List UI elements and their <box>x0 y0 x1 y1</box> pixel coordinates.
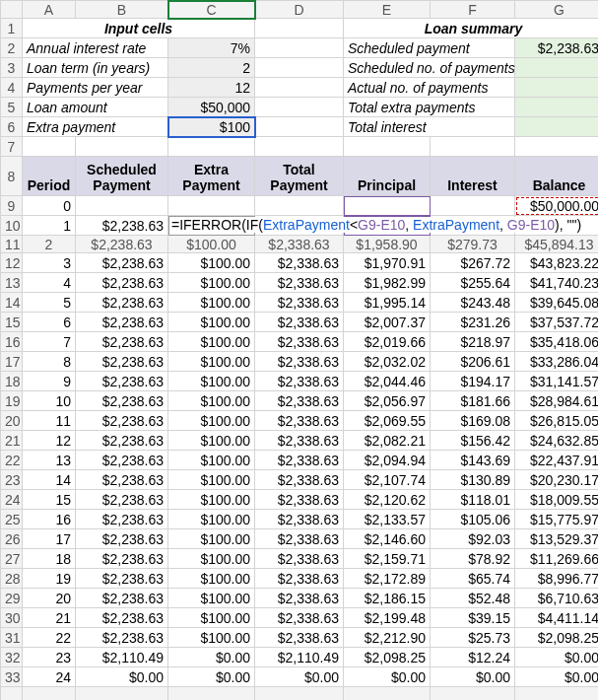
cell-balance[interactable]: $13,529.37 <box>515 529 599 549</box>
cell-principal[interactable]: $2,056.97 <box>344 391 431 411</box>
cell-interest[interactable]: $267.72 <box>431 253 515 273</box>
cell[interactable] <box>76 196 168 216</box>
row-header-7[interactable]: 7 <box>1 137 23 157</box>
cell-total[interactable]: $2,338.63 <box>255 372 344 391</box>
row-header-21[interactable]: 21 <box>1 431 23 451</box>
cell-extra[interactable]: $100.00 <box>168 332 255 352</box>
sched-pay-value[interactable]: $2,238.63 <box>515 38 599 58</box>
cell-period[interactable]: 21 <box>23 608 76 628</box>
cell-sched[interactable]: $2,238.63 <box>76 391 168 411</box>
cell-principal[interactable]: $1,995.14 <box>344 293 431 313</box>
cell-total[interactable]: $2,338.63 <box>255 608 344 628</box>
row-header-27[interactable]: 27 <box>1 549 23 569</box>
cell-principal[interactable]: $2,044.46 <box>344 372 431 391</box>
cell-total[interactable]: $2,338.63 <box>255 411 344 431</box>
row-header-29[interactable]: 29 <box>1 589 23 608</box>
th-balance[interactable]: Balance <box>515 157 599 196</box>
row-header-4[interactable]: 4 <box>1 78 23 98</box>
cell-extra[interactable]: $100.00 <box>168 589 255 608</box>
cell-period[interactable]: 16 <box>23 510 76 529</box>
row-header-13[interactable]: 13 <box>1 273 23 293</box>
sched-num-label[interactable]: Scheduled no. of payments <box>344 58 515 78</box>
cell-B10[interactable]: $2,238.63 <box>76 216 168 236</box>
row-header-19[interactable]: 19 <box>1 391 23 411</box>
cell-extra[interactable]: $100.00 <box>168 510 255 529</box>
cell[interactable] <box>168 196 255 216</box>
cell-interest[interactable]: $130.89 <box>431 470 515 490</box>
row-header-32[interactable]: 32 <box>1 648 23 667</box>
cell-principal[interactable]: $2,120.62 <box>344 490 431 510</box>
row-header-24[interactable]: 24 <box>1 490 23 510</box>
cell-extra[interactable]: $100.00 <box>168 608 255 628</box>
col-header-D[interactable]: D <box>255 1 344 19</box>
cell-period[interactable]: 8 <box>23 352 76 372</box>
cell-period[interactable]: 15 <box>23 490 76 510</box>
cell-balance[interactable]: $8,996.77 <box>515 569 599 589</box>
cell-total[interactable]: $2,110.49 <box>255 648 344 667</box>
term-value[interactable]: 2 <box>168 58 255 78</box>
cell-interest[interactable]: $39.15 <box>431 608 515 628</box>
cell-balance[interactable]: $15,775.97 <box>515 510 599 529</box>
row-header-12[interactable]: 12 <box>1 253 23 273</box>
cell-interest[interactable]: $243.48 <box>431 293 515 313</box>
cell-interest[interactable]: $118.01 <box>431 490 515 510</box>
total-int-value[interactable] <box>515 117 599 137</box>
cell-A9[interactable]: 0 <box>23 196 76 216</box>
col-header-G[interactable]: G <box>515 1 599 19</box>
cell-balance[interactable]: $45,894.13 <box>515 236 599 253</box>
cell-total[interactable]: $2,338.63 <box>255 589 344 608</box>
cell-balance[interactable]: $0.00 <box>515 667 599 687</box>
cell-interest[interactable]: $169.08 <box>431 411 515 431</box>
cell-period[interactable]: 3 <box>23 253 76 273</box>
cell-interest[interactable]: $156.42 <box>431 431 515 451</box>
cell-extra[interactable]: $100.00 <box>168 529 255 549</box>
cell-principal[interactable]: $0.00 <box>344 667 431 687</box>
col-header-B[interactable]: B <box>76 1 168 19</box>
cell-C10-formula[interactable]: =IFERROR(IF(ExtraPayment<G9-E10, ExtraPa… <box>168 216 255 236</box>
cell-extra[interactable]: $100.00 <box>168 313 255 332</box>
col-header-A[interactable]: A <box>23 1 76 19</box>
cell-extra[interactable]: $100.00 <box>168 470 255 490</box>
cell-sched[interactable]: $2,238.63 <box>76 352 168 372</box>
cell-period[interactable]: 20 <box>23 589 76 608</box>
cell-extra[interactable]: $100.00 <box>168 352 255 372</box>
cell[interactable] <box>255 137 344 157</box>
cell[interactable] <box>255 78 344 98</box>
cell-sched[interactable]: $2,238.63 <box>76 529 168 549</box>
cell[interactable] <box>515 137 599 157</box>
cell-sched[interactable]: $2,238.63 <box>76 332 168 352</box>
th-principal[interactable]: Principal <box>344 157 431 196</box>
cell-balance[interactable]: $39,645.08 <box>515 293 599 313</box>
actual-num-value[interactable] <box>515 78 599 98</box>
cell-E9[interactable] <box>344 196 431 216</box>
cell-G9[interactable]: $50,000.00 <box>515 196 599 216</box>
cell-total[interactable]: $2,338.63 <box>255 451 344 470</box>
cell-sched[interactable]: $2,238.63 <box>76 253 168 273</box>
cell-period[interactable]: 2 <box>23 236 76 253</box>
cell-total[interactable]: $2,338.63 <box>255 510 344 529</box>
row-header-8[interactable]: 8 <box>1 157 23 196</box>
sched-num-value[interactable] <box>515 58 599 78</box>
row-header-17[interactable]: 17 <box>1 352 23 372</box>
cell-extra[interactable]: $100.00 <box>168 293 255 313</box>
cell-balance[interactable]: $31,141.57 <box>515 372 599 391</box>
cell-balance[interactable]: $28,984.61 <box>515 391 599 411</box>
cell-sched[interactable]: $2,238.63 <box>76 569 168 589</box>
cell-total[interactable]: $2,338.63 <box>255 470 344 490</box>
row-header-31[interactable]: 31 <box>1 628 23 648</box>
cell-principal[interactable]: $1,982.99 <box>344 273 431 293</box>
row-header-10[interactable]: 10 <box>1 216 23 236</box>
cell-interest[interactable]: $25.73 <box>431 628 515 648</box>
cell[interactable] <box>255 19 344 38</box>
cell-balance[interactable]: $0.00 <box>515 648 599 667</box>
cell-sched[interactable]: $2,238.63 <box>76 236 168 253</box>
extra-value[interactable]: $100 <box>168 117 255 137</box>
cell-interest[interactable]: $255.64 <box>431 273 515 293</box>
cell-balance[interactable]: $37,537.72 <box>515 313 599 332</box>
cell-sched[interactable]: $2,238.63 <box>76 490 168 510</box>
cell-period[interactable]: 24 <box>23 667 76 687</box>
cell-balance[interactable]: $35,418.06 <box>515 332 599 352</box>
cell-sched[interactable]: $2,238.63 <box>76 451 168 470</box>
cell-principal[interactable]: $2,133.57 <box>344 510 431 529</box>
row-header-11[interactable]: 11 <box>1 236 23 253</box>
